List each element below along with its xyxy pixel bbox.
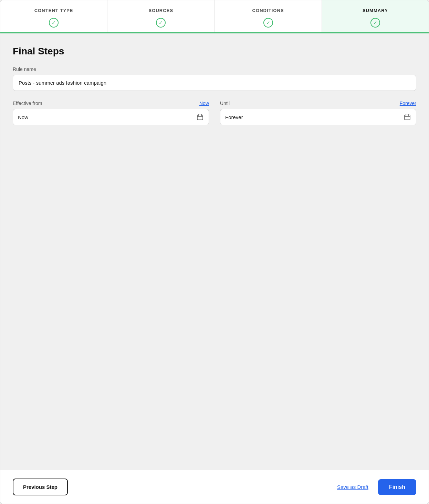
date-row: Effective from Now Now: [13, 101, 416, 125]
main-content: Final Steps Rule name Effective from Now…: [0, 33, 429, 470]
page-title: Final Steps: [13, 46, 416, 57]
footer-right: Save as Draft Finish: [337, 479, 416, 495]
footer: Previous Step Save as Draft Finish: [0, 470, 429, 504]
step-check-content-type: ✓: [49, 18, 59, 28]
rule-name-field: Rule name: [13, 66, 416, 101]
previous-step-button[interactable]: Previous Step: [13, 479, 68, 495]
effective-from-field: Effective from Now Now: [13, 101, 209, 125]
step-summary[interactable]: SUMMARY ✓: [322, 0, 429, 32]
step-content-type[interactable]: CONTENT TYPE ✓: [0, 0, 107, 32]
effective-from-now-shortcut[interactable]: Now: [199, 101, 209, 106]
until-value: Forever: [225, 114, 404, 120]
until-calendar-icon[interactable]: [404, 113, 411, 121]
until-label: Until: [220, 101, 230, 106]
step-sources[interactable]: SOURCES ✓: [107, 0, 214, 32]
page-wrapper: CONTENT TYPE ✓ SOURCES ✓ CONDITIONS ✓ SU…: [0, 0, 429, 504]
step-check-summary: ✓: [370, 18, 380, 28]
save-as-draft-button[interactable]: Save as Draft: [337, 484, 368, 490]
step-check-sources: ✓: [156, 18, 166, 28]
effective-from-value: Now: [18, 114, 196, 120]
step-conditions[interactable]: CONDITIONS ✓: [215, 0, 322, 32]
effective-from-input-wrapper[interactable]: Now: [13, 109, 209, 125]
svg-rect-0: [197, 115, 203, 120]
stepper: CONTENT TYPE ✓ SOURCES ✓ CONDITIONS ✓ SU…: [0, 0, 429, 33]
finish-button[interactable]: Finish: [378, 479, 416, 495]
effective-from-calendar-icon[interactable]: [196, 113, 204, 121]
until-field: Until Forever Forever: [220, 101, 416, 125]
until-header: Until Forever: [220, 101, 416, 106]
svg-rect-4: [405, 115, 410, 120]
until-input-wrapper[interactable]: Forever: [220, 109, 416, 125]
until-forever-shortcut[interactable]: Forever: [400, 101, 416, 106]
effective-from-label: Effective from: [13, 101, 42, 106]
rule-name-label: Rule name: [13, 66, 416, 72]
effective-from-header: Effective from Now: [13, 101, 209, 106]
rule-name-input[interactable]: [13, 75, 416, 91]
step-check-conditions: ✓: [263, 18, 273, 28]
